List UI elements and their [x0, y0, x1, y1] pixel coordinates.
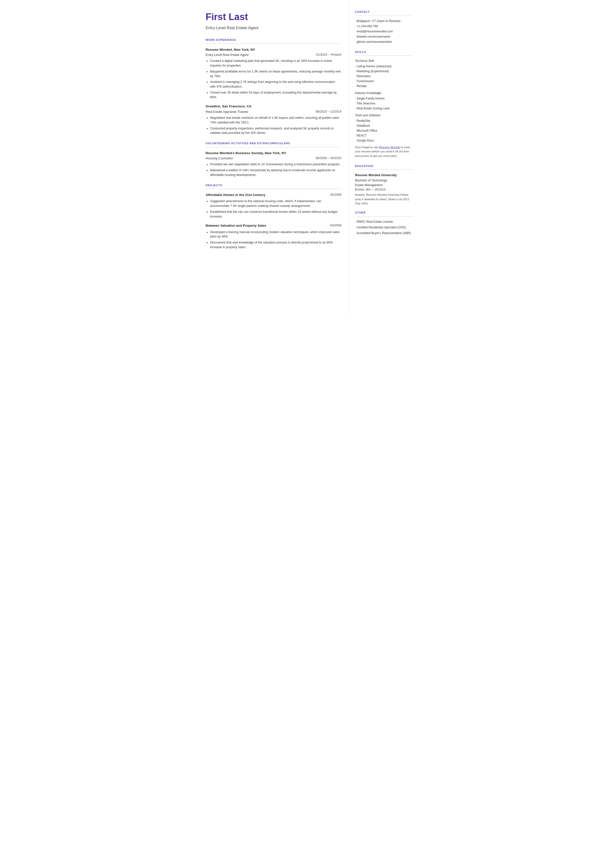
- contact-github: github.com/resumeworded: [355, 40, 412, 44]
- job-1: Resume Worded, New York, NY Entry-Level …: [206, 47, 341, 100]
- volunteer-1-bullet-1: Provided win-win negotiation skills to 1…: [210, 162, 341, 167]
- other-section: OTHER RWEC Real Estate License. Certifie…: [355, 211, 412, 235]
- promo-link[interactable]: Resume Worded: [379, 146, 400, 149]
- skill-listing-homes: Listing Homes (Advanced): [355, 64, 412, 68]
- candidate-name: First Last: [206, 10, 341, 24]
- job-2: Growthsi, San Francisco, CA Real Estate …: [206, 104, 341, 135]
- skill-relocation: Relocation: [355, 74, 412, 78]
- job-2-role: Real Estate Appraiser Trainee: [206, 109, 248, 114]
- left-column: First Last Entry-Level Real Estate Agent…: [196, 0, 349, 314]
- candidate-title: Entry-Level Real Estate Agent: [206, 25, 341, 31]
- volunteer-1-bullets: Provided win-win negotiation skills to 1…: [206, 162, 341, 177]
- tools-skills-list: RealtyStar DataBasix Microsoft Office RE…: [355, 118, 412, 143]
- contact-label: CONTACT: [355, 10, 412, 14]
- technical-skills-list: Listing Homes (Advanced) Marketing (Expe…: [355, 64, 412, 89]
- project-1-title: Affordable Homes in the 21st Century: [206, 193, 265, 197]
- skill-foreclosures: Foreclosures: [355, 79, 412, 83]
- other-item-3: Accredited Buyer's Representative (ABR).: [355, 231, 412, 235]
- job-2-bullet-1: Negotiated real estate contracts on beha…: [210, 116, 341, 125]
- project-1-bullet-2: Established that the city can construct …: [210, 210, 341, 219]
- volunteer-1: Resume Worded's Business Society, New Yo…: [206, 151, 341, 177]
- skill-zoning-laws: Real Estate Zoning Laws: [355, 106, 412, 110]
- edu-block: Resume Worded University Bachelor of Tec…: [355, 173, 412, 206]
- volunteering-label: VOLUNTEERING ACTIVITIES AND EXTRACURRICU…: [206, 141, 341, 146]
- job-1-role: Entry-Level Real Estate Agent: [206, 53, 248, 57]
- project-1-bullets: Suggested amendments to the national hou…: [206, 199, 341, 219]
- volunteer-1-dates: 06/2009 – 04/2010: [316, 156, 341, 161]
- skill-rentals: Rentals: [355, 84, 412, 89]
- tools-label: Tools and Software:: [355, 113, 412, 118]
- promo-text-before: Don't forget to use: [355, 146, 379, 149]
- project-1-title-line: Affordable Homes in the 21st Century 05/…: [206, 193, 341, 197]
- project-2-title: Between Valuation and Property Sales: [206, 223, 266, 228]
- volunteer-1-company: Resume Worded's Business Society, New Yo…: [206, 151, 286, 156]
- work-experience-label: WORK EXPERIENCE: [206, 38, 341, 42]
- skill-google-docs: Google Docs: [355, 138, 412, 143]
- project-2-bullet-1: Developed a training manual incorporatin…: [210, 230, 341, 239]
- other-item-1: RWEC Real Estate License.: [355, 219, 412, 224]
- contact-email: email@resumeworded.com: [355, 29, 412, 34]
- volunteering-section: VOLUNTEERING ACTIVITIES AND EXTRACURRICU…: [206, 141, 341, 177]
- industry-skills-list: Single Family Homes Title Searches Real …: [355, 96, 412, 110]
- job-2-company: Growthsi, San Francisco, CA: [206, 104, 251, 109]
- work-experience-divider: [206, 43, 341, 44]
- skill-microsoft-office: Microsoft Office: [355, 129, 412, 133]
- job-1-dates: 01/2015 – Present: [316, 53, 341, 57]
- job-1-company: Resume Worded, New York, NY: [206, 47, 255, 52]
- contact-address: Bridgeport, CT (Open to Remote): [355, 19, 412, 23]
- job-1-bullet-4: Closed over 35 deals within 53 days of e…: [210, 90, 341, 100]
- job-2-bullets: Negotiated real estate contracts on beha…: [206, 116, 341, 135]
- project-1-bullet-1: Suggested amendments to the national hou…: [210, 199, 341, 208]
- education-section: EDUCATION Resume Worded University Bache…: [355, 164, 412, 206]
- projects-label: PROJECTS: [206, 183, 341, 188]
- edu-degree: Bachelor of Technology: [355, 178, 412, 183]
- right-column: CONTACT Bridgeport, CT (Open to Remote) …: [349, 0, 419, 314]
- skill-marketing: Marketing (Experienced): [355, 69, 412, 73]
- job-2-role-line: Real Estate Appraiser Trainee 06/2010 – …: [206, 109, 341, 114]
- education-divider: [355, 169, 412, 170]
- resume-page: First Last Entry-Level Real Estate Agent…: [196, 0, 419, 314]
- technical-label: Technical Skill:: [355, 59, 412, 63]
- contact-divider: [355, 16, 412, 16]
- skill-react: REACT: [355, 134, 412, 138]
- other-label: OTHER: [355, 211, 412, 215]
- projects-divider: [206, 189, 341, 189]
- skill-realtystar: RealtyStar: [355, 118, 412, 123]
- projects-section: PROJECTS Affordable Homes in the 21st Ce…: [206, 183, 341, 250]
- contact-linkedin: linkedin.com/in/username: [355, 34, 412, 39]
- edu-location: Boston, MA — 05/2010: [355, 187, 412, 192]
- job-1-bullets: Created a digital marketing plan that ge…: [206, 59, 341, 99]
- work-experience-section: WORK EXPERIENCE Resume Worded, New York,…: [206, 38, 341, 135]
- volunteer-1-bullet-2: Maintained a waitlist of 140+ households…: [210, 168, 341, 177]
- skill-title-searches: Title Searches: [355, 101, 412, 106]
- project-1: Affordable Homes in the 21st Century 05/…: [206, 193, 341, 219]
- skill-databasix: DataBasix: [355, 123, 412, 128]
- other-item-2: Certified Residential Specialist (CRS).: [355, 225, 412, 230]
- job-1-bullet-2: Bargained profitable terms for 1.3K clie…: [210, 69, 341, 79]
- other-list: RWEC Real Estate License. Certified Resi…: [355, 219, 412, 235]
- volunteer-1-header: Resume Worded's Business Society, New Yo…: [206, 151, 341, 156]
- skills-label: SKILLS: [355, 50, 412, 54]
- skill-single-family-homes: Single Family Homes: [355, 96, 412, 101]
- project-2-title-line: Between Valuation and Property Sales 04/…: [206, 223, 341, 228]
- education-label: EDUCATION: [355, 164, 412, 168]
- volunteer-1-role-line: Housing Counselor 06/2009 – 04/2010: [206, 156, 341, 161]
- contact-phone: +1-234-456-789: [355, 24, 412, 28]
- edu-awards: Awards: Resume Worded Teaching Fellow (o…: [355, 193, 412, 206]
- job-1-bullet-3: Assisted in managing 2.7K listings from …: [210, 80, 341, 89]
- contact-section: CONTACT Bridgeport, CT (Open to Remote) …: [355, 10, 412, 44]
- promo-block: Don't forget to use Resume Worded to sca…: [355, 145, 412, 158]
- job-1-bullet-1: Created a digital marketing plan that ge…: [210, 59, 341, 68]
- job-1-header: Resume Worded, New York, NY: [206, 47, 341, 52]
- contact-list: Bridgeport, CT (Open to Remote) +1-234-4…: [355, 19, 412, 44]
- skills-section: SKILLS Technical Skill: Listing Homes (A…: [355, 50, 412, 158]
- project-2-date: 04/2009: [330, 223, 341, 228]
- job-2-header: Growthsi, San Francisco, CA: [206, 104, 341, 109]
- industry-label: Industry Knowledge:: [355, 91, 412, 95]
- project-1-date: 05/2009: [330, 193, 341, 197]
- project-2: Between Valuation and Property Sales 04/…: [206, 223, 341, 249]
- edu-school: Resume Worded University: [355, 173, 412, 178]
- project-2-bullet-2: Discovered that vast knowledge of the va…: [210, 240, 341, 250]
- edu-field: Estate Management: [355, 183, 412, 188]
- volunteer-1-role: Housing Counselor: [206, 156, 233, 161]
